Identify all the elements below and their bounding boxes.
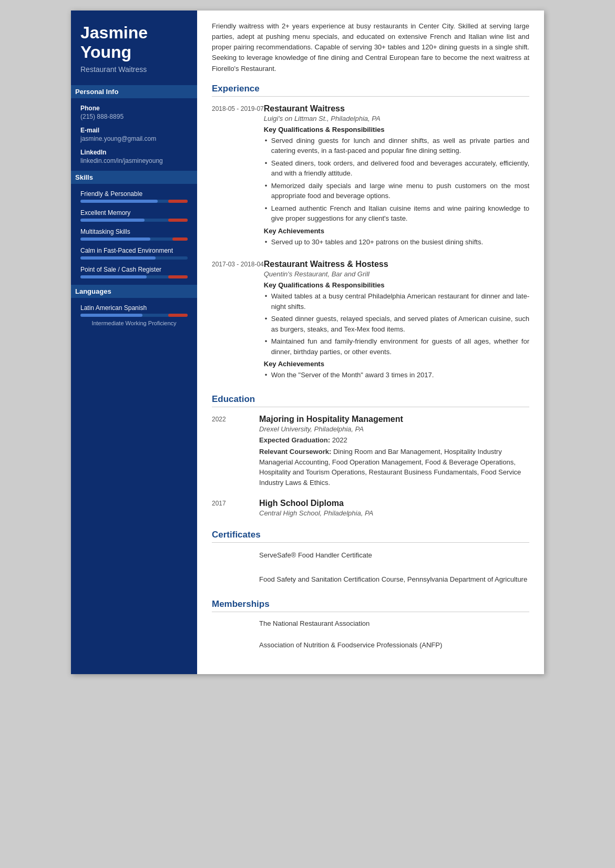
edu-school: Drexel University, Philadelphia, PA xyxy=(259,425,529,433)
membership-item: Association of Nutrition & Foodservice P… xyxy=(259,641,442,649)
company: Quentin's Restaurant, Bar and Grill xyxy=(264,270,529,278)
candidate-title: Restaurant Waitress xyxy=(80,65,188,74)
skill-name: Friendly & Personable xyxy=(80,190,188,198)
candidate-name: Jasmine Young xyxy=(80,23,188,62)
memberships-section: Memberships The National Restaurant Asso… xyxy=(212,599,529,653)
list-item: Seated diners, took orders, and delivere… xyxy=(264,158,529,179)
skills-list: Friendly & Personable Excellent Memory M… xyxy=(80,190,188,278)
experience-entry: 2018-05 - 2019-07 Restaurant Waitress Lu… xyxy=(212,104,529,251)
experience-title: Experience xyxy=(212,84,529,97)
language-level: Intermediate Working Proficiency xyxy=(80,320,188,326)
achievements-label: Key Achievements xyxy=(264,227,529,235)
job-title: Restaurant Waitress & Hostess xyxy=(264,260,529,269)
entry-date: 2017 xyxy=(212,499,259,519)
entry-date: 2022 xyxy=(212,415,259,490)
membership-item: The National Restaurant Association xyxy=(259,619,370,627)
job-title: Restaurant Waitress xyxy=(264,104,529,113)
list-item: Served dining guests for lunch and dinne… xyxy=(264,136,529,156)
membership-entry: The National Restaurant Association xyxy=(212,619,529,632)
main-content: Friendly waitress with 2+ years experien… xyxy=(197,11,544,674)
list-item: Maintained fun and family-friendly envir… xyxy=(264,336,529,357)
language-bar xyxy=(80,314,188,317)
education-section: Education 2022 Majoring in Hospitality M… xyxy=(212,394,529,520)
phone-label: Phone xyxy=(80,105,188,112)
memberships-title: Memberships xyxy=(212,599,529,612)
summary: Friendly waitress with 2+ years experien… xyxy=(212,21,529,74)
education-entry: 2017 High School Diploma Central High Sc… xyxy=(212,499,529,519)
skill-bar xyxy=(80,237,188,241)
skill-bar xyxy=(80,200,188,203)
experience-entry: 2017-03 - 2018-04 Restaurant Waitress & … xyxy=(212,260,529,384)
certificate-item: ServeSafe® Food Handler Certificate xyxy=(259,550,372,561)
phone-value: (215) 888-8895 xyxy=(80,113,188,120)
language-name: Latin American Spanish xyxy=(80,304,188,312)
list-item: Won the "Server of the Month" award 3 ti… xyxy=(264,370,529,380)
linkedin-label: LinkedIn xyxy=(80,149,188,156)
memberships-list: The National Restaurant Association Asso… xyxy=(212,619,529,653)
certificates-title: Certificates xyxy=(212,530,529,543)
languages-list: Latin American Spanish Intermediate Work… xyxy=(80,304,188,326)
list-item: Seated dinner guests, relayed specials, … xyxy=(264,314,529,334)
skill-bar xyxy=(80,256,188,260)
skill-name: Excellent Memory xyxy=(80,209,188,216)
skill-bar xyxy=(80,219,188,222)
education-entry: 2022 Majoring in Hospitality Management … xyxy=(212,415,529,490)
skill-name: Multitasking Skills xyxy=(80,228,188,235)
expected-graduation: Expected Graduation: 2022 xyxy=(259,435,529,446)
certificate-entry: Food Safety and Sanitation Certification… xyxy=(212,574,529,589)
qualifications-label: Key Qualifications & Responsibilities xyxy=(264,126,529,133)
sidebar: Jasmine Young Restaurant Waitress Person… xyxy=(71,11,197,674)
edu-title: Majoring in Hospitality Management xyxy=(259,415,529,424)
list-item: Waited tables at a busy central Philadel… xyxy=(264,291,529,312)
entry-date: 2017-03 - 2018-04 xyxy=(212,260,264,384)
list-item: Learned authentic French and Italian cui… xyxy=(264,203,529,224)
company: Luigi's on Littman St., Philadelphia, PA xyxy=(264,115,529,122)
certificates-list: ServeSafe® Food Handler Certificate Food… xyxy=(212,550,529,588)
coursework: Relevant Coursework: Dining Room and Bar… xyxy=(259,447,529,488)
certificate-item: Food Safety and Sanitation Certification… xyxy=(259,574,527,585)
phone-field: Phone (215) 888-8895 xyxy=(80,105,188,120)
linkedin-field: LinkedIn linkedin.com/in/jasmineyoung xyxy=(80,149,188,164)
resume-container: Jasmine Young Restaurant Waitress Person… xyxy=(71,11,544,674)
list-item: Served up to 30+ tables and 120+ patrons… xyxy=(264,237,529,247)
edu-school: Central High School, Philadelphia, PA xyxy=(259,509,529,517)
education-title: Education xyxy=(212,394,529,407)
edu-title: High School Diploma xyxy=(259,499,529,508)
email-label: E-mail xyxy=(80,127,188,134)
achievements-label: Key Achievements xyxy=(264,360,529,368)
skill-name: Point of Sale / Cash Register xyxy=(80,266,188,273)
skills-header: Skills xyxy=(71,171,197,184)
linkedin-value: linkedin.com/in/jasmineyoung xyxy=(80,157,188,164)
skill-name: Calm in Fast-Paced Environment xyxy=(80,247,188,254)
experience-list: 2018-05 - 2019-07 Restaurant Waitress Lu… xyxy=(212,104,529,384)
languages-header: Languages xyxy=(71,285,197,298)
qualifications-label: Key Qualifications & Responsibilities xyxy=(264,281,529,289)
certificate-entry: ServeSafe® Food Handler Certificate xyxy=(212,550,529,565)
experience-section: Experience 2018-05 - 2019-07 Restaurant … xyxy=(212,84,529,384)
list-item: Memorized daily specials and large wine … xyxy=(264,181,529,201)
email-value: jasmine.young@gmail.com xyxy=(80,135,188,142)
membership-entry: Association of Nutrition & Foodservice P… xyxy=(212,641,529,653)
entry-content: High School Diploma Central High School,… xyxy=(259,499,529,519)
entry-content: Restaurant Waitress & Hostess Quentin's … xyxy=(264,260,529,384)
email-field: E-mail jasmine.young@gmail.com xyxy=(80,127,188,142)
education-list: 2022 Majoring in Hospitality Management … xyxy=(212,415,529,520)
entry-content: Majoring in Hospitality Management Drexe… xyxy=(259,415,529,490)
entry-content: Restaurant Waitress Luigi's on Littman S… xyxy=(264,104,529,251)
entry-date: 2018-05 - 2019-07 xyxy=(212,104,264,251)
personal-info-header: Personal Info xyxy=(71,85,197,98)
certificates-section: Certificates ServeSafe® Food Handler Cer… xyxy=(212,530,529,588)
skill-bar xyxy=(80,275,188,278)
